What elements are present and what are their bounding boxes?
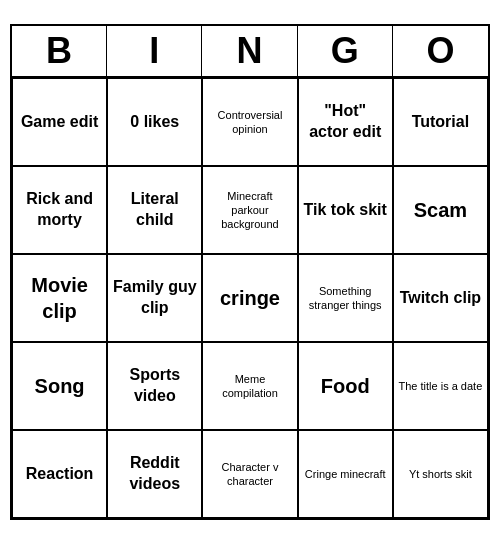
bingo-cell-13: Something stranger things [298, 254, 393, 342]
bingo-cell-16: Sports video [107, 342, 202, 430]
bingo-cell-22: Character v character [202, 430, 297, 518]
bingo-cell-10: Movie clip [12, 254, 107, 342]
header-letter-N: N [202, 26, 297, 76]
bingo-cell-2: Controversial opinion [202, 78, 297, 166]
bingo-cell-14: Twitch clip [393, 254, 488, 342]
bingo-cell-24: Yt shorts skit [393, 430, 488, 518]
bingo-cell-11: Family guy clip [107, 254, 202, 342]
bingo-cell-9: Scam [393, 166, 488, 254]
header-letter-I: I [107, 26, 202, 76]
bingo-cell-4: Tutorial [393, 78, 488, 166]
header-letter-B: B [12, 26, 107, 76]
bingo-card: BINGO Game edit0 likesControversial opin… [10, 24, 490, 520]
bingo-cell-17: Meme compilation [202, 342, 297, 430]
header-letter-O: O [393, 26, 488, 76]
bingo-cell-12: cringe [202, 254, 297, 342]
bingo-cell-21: Reddit videos [107, 430, 202, 518]
bingo-grid: Game edit0 likesControversial opinion"Ho… [12, 78, 488, 518]
bingo-cell-6: Literal child [107, 166, 202, 254]
bingo-cell-7: Minecraft parkour background [202, 166, 297, 254]
header-letter-G: G [298, 26, 393, 76]
bingo-header: BINGO [12, 26, 488, 78]
bingo-cell-1: 0 likes [107, 78, 202, 166]
bingo-cell-5: Rick and morty [12, 166, 107, 254]
bingo-cell-18: Food [298, 342, 393, 430]
bingo-cell-15: Song [12, 342, 107, 430]
bingo-cell-19: The title is a date [393, 342, 488, 430]
bingo-cell-8: Tik tok skit [298, 166, 393, 254]
bingo-cell-0: Game edit [12, 78, 107, 166]
bingo-cell-23: Cringe minecraft [298, 430, 393, 518]
bingo-cell-20: Reaction [12, 430, 107, 518]
bingo-cell-3: "Hot" actor edit [298, 78, 393, 166]
